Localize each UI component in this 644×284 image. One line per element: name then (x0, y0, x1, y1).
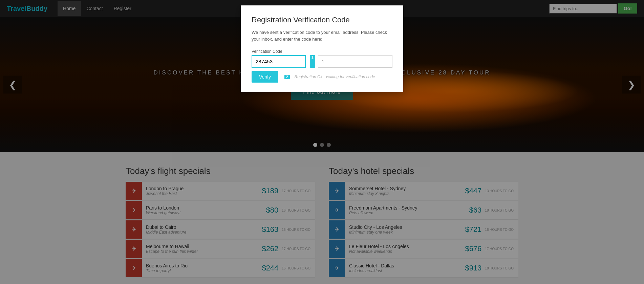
code-label: Verification Code (252, 49, 392, 54)
verify-row: Verify 2 Registration Ok - waiting for v… (252, 71, 392, 83)
registration-modal: Registration Verification Code We have s… (241, 5, 403, 92)
modal-subtitle: We have sent a verification code to your… (252, 29, 392, 42)
verification-code-input[interactable] (252, 55, 306, 68)
code-hint-input[interactable] (318, 55, 392, 68)
verify-button[interactable]: Verify (252, 71, 278, 83)
step2-badge: 2 (284, 75, 290, 79)
code-input-row: 1 (252, 55, 392, 68)
modal-overlay: Registration Verification Code We have s… (0, 0, 644, 284)
step1-badge: 1 (310, 55, 315, 68)
modal-title: Registration Verification Code (252, 16, 392, 24)
registration-status: Registration Ok - waiting for verificati… (295, 74, 375, 79)
